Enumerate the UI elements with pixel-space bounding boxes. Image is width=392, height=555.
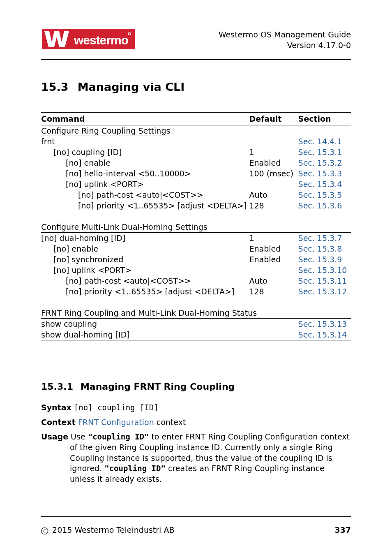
command-cell: show dual-homing [ID] — [41, 329, 249, 340]
group-title: FRNT Ring Coupling and Multi-Link Dual-H… — [41, 308, 351, 319]
default-cell: 128 — [249, 286, 298, 297]
default-cell — [249, 319, 298, 330]
section-ref-link[interactable]: Sec. 15.3.6 — [298, 200, 351, 211]
context-link[interactable]: FRNT Configuration — [78, 418, 154, 427]
command-cell: [no] synchronized — [41, 254, 249, 265]
svg-text:westermo: westermo — [74, 33, 129, 47]
default-cell: 100 (msec) — [249, 168, 298, 179]
command-cell: [no] path-cost <auto|<COST>> — [41, 275, 249, 286]
doc-version: Version 4.17.0-0 — [219, 40, 351, 51]
command-table: Command Default Section Configure Ring C… — [41, 112, 351, 340]
context-label: Context — [41, 418, 76, 427]
syntax-line: Syntax [no] coupling [ID] — [41, 402, 351, 413]
subsection-title: Managing FRNT Ring Coupling — [81, 382, 235, 392]
section-ref-link[interactable]: Sec. 15.3.12 — [298, 286, 351, 297]
command-cell: [no] dual-homing [ID] — [41, 233, 249, 244]
section-ref-link[interactable]: Sec. 15.3.4 — [298, 179, 351, 190]
syntax-label: Syntax — [41, 403, 71, 412]
section-ref-link[interactable]: Sec. 15.3.7 — [298, 233, 351, 244]
section-ref-link[interactable]: Sec. 14.4.1 — [298, 136, 351, 147]
command-cell: [no] priority <1..65535> [adjust <DELTA>… — [41, 286, 249, 297]
subsection-heading: 15.3.1Managing FRNT Ring Coupling — [41, 382, 351, 392]
default-cell: Enabled — [249, 157, 298, 168]
command-cell: [no] coupling [ID] — [41, 147, 249, 157]
page-header: westermo R Westermo OS Management Guide … — [41, 28, 351, 52]
context-tail: context — [154, 418, 186, 427]
section-ref-link[interactable]: Sec. 15.3.1 — [298, 147, 351, 157]
command-cell: [no] priority <1..65535> [adjust <DELTA>… — [41, 200, 249, 211]
command-cell: [no] uplink <PORT> — [41, 265, 249, 275]
group-title: Configure Ring Coupling Settings — [41, 126, 170, 136]
section-title: Managing via CLI — [78, 81, 185, 93]
svg-text:R: R — [128, 33, 130, 35]
default-cell: 128 — [249, 200, 298, 211]
section-ref-link[interactable]: Sec. 15.3.2 — [298, 157, 351, 168]
section-ref-link[interactable]: Sec. 15.3.9 — [298, 254, 351, 265]
context-line: Context FRNT Configuration context — [41, 417, 351, 428]
section-number: 15.3 — [41, 81, 69, 93]
default-cell: 1 — [249, 147, 298, 157]
command-cell: show coupling — [41, 319, 249, 330]
header-divider — [41, 59, 351, 60]
section-ref-link[interactable]: Sec. 15.3.14 — [298, 329, 351, 340]
section-ref-link[interactable]: Sec. 15.3.11 — [298, 275, 351, 286]
command-cell: [no] enable — [41, 243, 249, 254]
page-footer: c 2015 Westermo Teleindustri AB 337 — [41, 525, 351, 534]
col-default: Default — [249, 113, 298, 125]
section-ref-link[interactable]: Sec. 15.3.8 — [298, 243, 351, 254]
default-cell: 1 — [249, 233, 298, 244]
section-heading: 15.3Managing via CLI — [41, 81, 351, 93]
group-title: Configure Multi-Link Dual-Homing Setting… — [41, 222, 351, 233]
section-ref-link[interactable]: Sec. 15.3.3 — [298, 168, 351, 179]
default-cell — [249, 329, 298, 340]
copyright-text: 2015 Westermo Teleindustri AB — [52, 525, 174, 534]
default-cell: Enabled — [249, 254, 298, 265]
copyright-icon: c — [41, 527, 48, 534]
command-cell: [no] hello-interval <50..10000> — [41, 168, 249, 179]
command-cell: frnt — [41, 136, 249, 147]
default-cell — [249, 265, 298, 275]
usage-code-1: "coupling ID" — [88, 432, 149, 441]
col-section: Section — [298, 113, 351, 125]
default-cell — [249, 136, 298, 147]
logo: westermo R — [41, 28, 136, 52]
usage-code-2: "coupling ID" — [104, 464, 166, 473]
usage-text: Use — [71, 432, 88, 441]
default-cell — [249, 179, 298, 190]
usage-label: Usage — [41, 432, 68, 441]
default-cell: Auto — [249, 275, 298, 286]
page-number: 337 — [334, 525, 351, 534]
command-cell: [no] path-cost <auto|<COST>> — [41, 190, 249, 200]
syntax-value: [no] coupling [ID] — [74, 403, 159, 412]
default-cell: Enabled — [249, 243, 298, 254]
section-ref-link[interactable]: Sec. 15.3.5 — [298, 190, 351, 200]
command-cell: [no] enable — [41, 157, 249, 168]
section-ref-link[interactable]: Sec. 15.3.13 — [298, 319, 351, 330]
col-command: Command — [41, 113, 249, 125]
doc-title: Westermo OS Management Guide — [219, 30, 351, 40]
section-ref-link[interactable]: Sec. 15.3.10 — [298, 265, 351, 275]
subsection-number: 15.3.1 — [41, 382, 73, 392]
default-cell: Auto — [249, 190, 298, 200]
command-cell: [no] uplink <PORT> — [41, 179, 249, 190]
footer-divider — [41, 516, 351, 517]
usage-paragraph: Usage Use "coupling ID" to enter FRNT Ri… — [41, 432, 351, 484]
